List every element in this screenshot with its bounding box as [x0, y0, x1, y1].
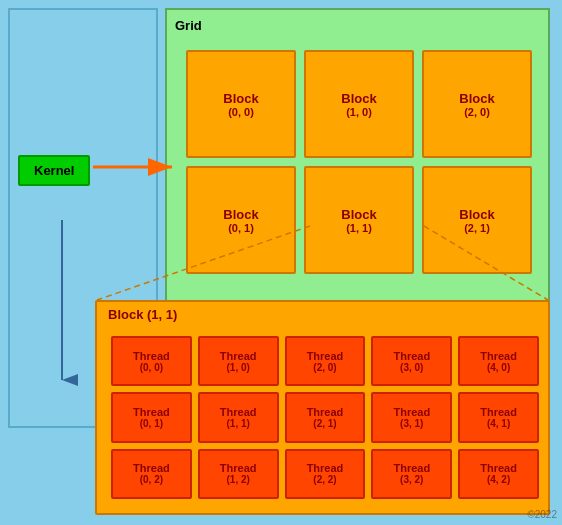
- thread-cell-12: Thread(2, 2): [285, 449, 366, 499]
- thread-cell-10: Thread(0, 2): [111, 449, 192, 499]
- grid-label: Grid: [167, 10, 548, 41]
- thread-cell-13: Thread(3, 2): [371, 449, 452, 499]
- kernel-button: Kernel: [18, 155, 90, 186]
- thread-cell-14: Thread(4, 2): [458, 449, 539, 499]
- thread-cell-0: Thread(0, 0): [111, 336, 192, 386]
- thread-cell-3: Thread(3, 0): [371, 336, 452, 386]
- block-cell-2: Block(2, 0): [422, 50, 532, 158]
- block-cell-3: Block(0, 1): [186, 166, 296, 274]
- block-expanded-title: Block (1, 1): [108, 307, 177, 322]
- grid-container: Block(0, 0)Block(1, 0)Block(2, 0)Block(0…: [178, 42, 540, 282]
- watermark: ©2022: [527, 509, 557, 520]
- block-cell-5: Block(2, 1): [422, 166, 532, 274]
- thread-cell-8: Thread(3, 1): [371, 392, 452, 442]
- block-cell-0: Block(0, 0): [186, 50, 296, 158]
- thread-cell-7: Thread(2, 1): [285, 392, 366, 442]
- thread-cell-6: Thread(1, 1): [198, 392, 279, 442]
- block-cell-1: Block(1, 0): [304, 50, 414, 158]
- thread-cell-11: Thread(1, 2): [198, 449, 279, 499]
- thread-cell-2: Thread(2, 0): [285, 336, 366, 386]
- thread-grid-container: Thread(0, 0)Thread(1, 0)Thread(2, 0)Thre…: [105, 330, 545, 505]
- thread-cell-1: Thread(1, 0): [198, 336, 279, 386]
- block-cell-4: Block(1, 1): [304, 166, 414, 274]
- thread-cell-4: Thread(4, 0): [458, 336, 539, 386]
- thread-cell-9: Thread(4, 1): [458, 392, 539, 442]
- thread-cell-5: Thread(0, 1): [111, 392, 192, 442]
